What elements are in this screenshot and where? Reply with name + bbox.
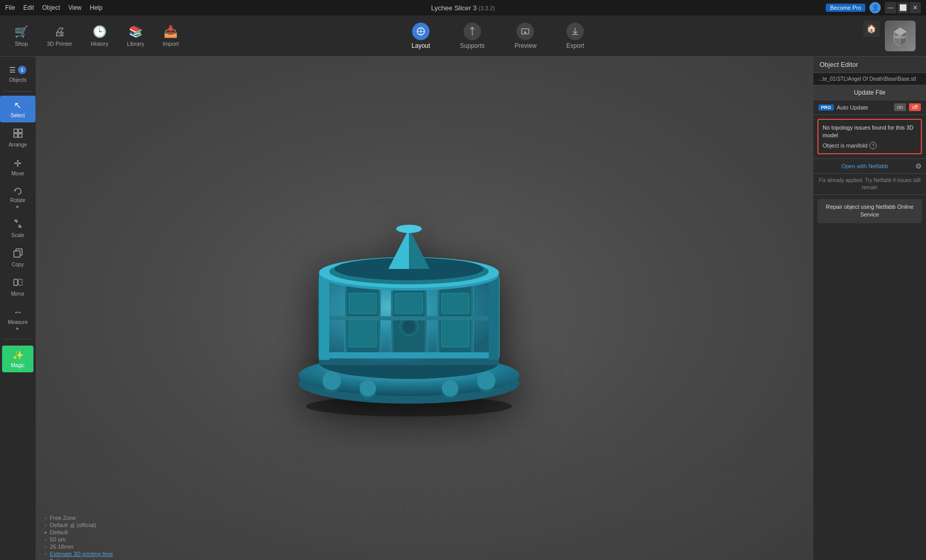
default-official-dot: ○ bbox=[44, 523, 47, 528]
tool-scale[interactable]: Scale bbox=[0, 215, 35, 242]
scale-icon bbox=[13, 219, 23, 231]
auto-update-on-button[interactable]: on bbox=[894, 103, 906, 111]
svg-rect-10 bbox=[19, 134, 22, 137]
rotate-icon bbox=[13, 187, 23, 196]
layout-label: Layout bbox=[412, 42, 430, 49]
toolbar-library[interactable]: 📚 Library bbox=[123, 23, 149, 49]
hamburger-icon: ☰ bbox=[9, 66, 16, 74]
menu-file[interactable]: File bbox=[5, 4, 15, 11]
manifold-label: Object is manifold bbox=[823, 142, 867, 149]
svg-point-25 bbox=[442, 380, 458, 396]
topology-message: No topology issues found for this 3D mod… bbox=[823, 124, 917, 140]
library-label: Library bbox=[127, 41, 145, 47]
svg-rect-8 bbox=[19, 129, 22, 133]
measure-label: Measure bbox=[8, 319, 28, 325]
menu-help[interactable]: Help bbox=[90, 4, 103, 11]
toolbar-history[interactable]: 🕒 History bbox=[87, 23, 113, 49]
pro-badge: PRO bbox=[818, 104, 834, 111]
become-pro-button[interactable]: Become Pro bbox=[826, 4, 865, 12]
nav-preview[interactable]: Preview bbox=[507, 20, 544, 52]
layout-icon bbox=[412, 23, 430, 40]
free-zone-dot: ○ bbox=[44, 516, 47, 520]
objects-label: Objects bbox=[9, 77, 27, 83]
arrange-icon bbox=[13, 129, 23, 140]
menu-object[interactable]: Object bbox=[42, 4, 60, 11]
status-dimension: ○ 26.18mm bbox=[44, 544, 805, 550]
tool-rotate[interactable]: Rotate ▶ bbox=[0, 183, 35, 213]
tool-magic[interactable]: ✨ Magic bbox=[2, 346, 33, 372]
netfabb-settings-button[interactable]: ⚙ bbox=[915, 162, 922, 170]
app-title: Lychee Slicer 3 (3.3.2) bbox=[431, 4, 495, 12]
printer-icon: 🖨 bbox=[54, 25, 65, 39]
titlebar-menu: File Edit Object View Help bbox=[5, 4, 102, 11]
mirror-label: Mirror bbox=[11, 291, 24, 297]
svg-point-23 bbox=[360, 380, 376, 396]
preview-label: Preview bbox=[514, 42, 537, 49]
manifold-row: Object is manifold ? bbox=[823, 142, 917, 149]
3d-model bbox=[265, 198, 553, 419]
toolbar-nav: Layout Supports Preview Export bbox=[404, 20, 591, 52]
svg-rect-42 bbox=[319, 352, 499, 358]
open-netfabb-button[interactable]: Open with Netfabb bbox=[817, 161, 912, 171]
toolbar-left: 🛒 Shop 🖨 3D Printer 🕒 History 📚 Library … bbox=[10, 23, 183, 49]
history-icon: 🕒 bbox=[93, 25, 106, 39]
view-cube[interactable]: FRONT bbox=[885, 21, 916, 51]
tool-select[interactable]: ↖ Select bbox=[0, 96, 35, 122]
svg-point-21 bbox=[477, 371, 495, 390]
default-dot: ● bbox=[44, 530, 47, 535]
objects-header[interactable]: ☰ 1 bbox=[2, 63, 33, 77]
update-file-button[interactable]: Update File bbox=[813, 85, 926, 100]
svg-rect-50 bbox=[319, 275, 329, 360]
svg-rect-39 bbox=[441, 293, 469, 314]
copy-icon bbox=[13, 248, 23, 260]
nav-export[interactable]: Export bbox=[559, 20, 592, 52]
3d-viewport[interactable] bbox=[36, 57, 813, 560]
manifold-help-icon[interactable]: ? bbox=[869, 142, 877, 149]
supports-label: Supports bbox=[460, 42, 485, 49]
close-button[interactable]: ✕ bbox=[910, 2, 921, 13]
tool-measure[interactable]: ↔ Measure ▶ bbox=[0, 303, 35, 335]
toolbar-right: 🏠 FRONT bbox=[813, 21, 916, 51]
select-label: Select bbox=[11, 113, 25, 118]
sidebar-divider-2 bbox=[4, 339, 32, 339]
svg-rect-7 bbox=[14, 129, 17, 133]
maximize-button[interactable]: ⬜ bbox=[897, 2, 909, 13]
menu-edit[interactable]: Edit bbox=[23, 4, 34, 11]
rotate-expand-icon: ▶ bbox=[16, 205, 19, 209]
tool-copy[interactable]: Copy bbox=[0, 244, 35, 272]
user-icon[interactable]: 👤 bbox=[869, 2, 881, 13]
grid-floor bbox=[36, 423, 813, 519]
status-default-official: ○ Default 🖨 (official) bbox=[44, 522, 805, 528]
status-estimate-time[interactable]: ○ Estimate 3D printing time bbox=[44, 551, 805, 557]
tool-move[interactable]: ✛ Move bbox=[0, 154, 35, 180]
titlebar: File Edit Object View Help Lychee Slicer… bbox=[0, 0, 926, 15]
estimate-time-dot: ○ bbox=[44, 552, 47, 556]
menu-view[interactable]: View bbox=[68, 4, 82, 11]
tool-mirror[interactable]: Mirror bbox=[0, 274, 35, 301]
import-label: Import bbox=[163, 41, 179, 47]
titlebar-right: Become Pro 👤 — ⬜ ✕ bbox=[826, 2, 921, 13]
repair-netfabb-button[interactable]: Repair object using Netfabb Online Servi… bbox=[817, 199, 922, 223]
svg-rect-51 bbox=[489, 275, 499, 360]
minimize-button[interactable]: — bbox=[885, 2, 896, 13]
toolbar-3d-printer[interactable]: 🖨 3D Printer bbox=[43, 23, 77, 49]
toolbar-import[interactable]: 📥 Import bbox=[158, 23, 183, 49]
status-estimate-resin[interactable]: ○ Estimate resin volume bbox=[44, 558, 805, 560]
import-icon: 📥 bbox=[164, 25, 177, 39]
nav-layout[interactable]: Layout bbox=[404, 20, 437, 52]
home-button[interactable]: 🏠 bbox=[863, 21, 880, 37]
objects-count-badge: 1 bbox=[18, 66, 26, 74]
topology-status-box: No topology issues found for this 3D mod… bbox=[817, 119, 922, 154]
tool-arrange[interactable]: Arrange bbox=[0, 124, 35, 152]
nav-supports[interactable]: Supports bbox=[453, 20, 492, 52]
right-panel: Object Editor ...te_01\STL\Angel Of Deat… bbox=[813, 57, 926, 560]
object-editor-header: Object Editor bbox=[813, 57, 926, 73]
svg-point-36 bbox=[403, 320, 415, 333]
svg-rect-31 bbox=[349, 319, 377, 347]
auto-update-off-button[interactable]: off bbox=[909, 103, 921, 111]
measure-icon: ↔ bbox=[13, 307, 23, 318]
toolbar-shop[interactable]: 🛒 Shop bbox=[10, 23, 32, 49]
svg-rect-40 bbox=[441, 319, 469, 347]
svg-rect-13 bbox=[14, 279, 17, 285]
shop-icon: 🛒 bbox=[14, 25, 28, 39]
